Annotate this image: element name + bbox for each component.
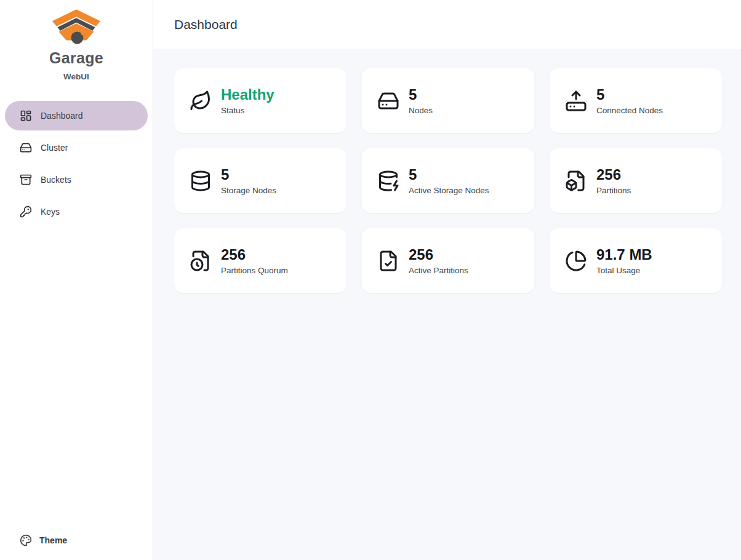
stat-card: 5 Storage Nodes [174, 148, 346, 213]
sidebar-item-dashboard[interactable]: Dashboard [5, 101, 148, 130]
stat-card: 91.7 MB Total Usage [550, 228, 722, 293]
stat-label: Active Partitions [409, 266, 468, 275]
stat-card: 256 Partitions Quorum [174, 228, 346, 293]
theme-toggle-button[interactable]: Theme [5, 526, 148, 555]
stat-label: Total Usage [596, 266, 652, 275]
stat-value: 5 [409, 86, 433, 103]
database-zap-icon [377, 170, 399, 192]
stat-label: Connected Nodes [596, 106, 663, 115]
app-title: Garage [49, 49, 103, 67]
sidebar-footer: Theme [0, 526, 153, 560]
top-bar: Dashboard [153, 0, 741, 49]
file-box-icon [565, 170, 587, 192]
file-check-icon [377, 250, 399, 272]
file-clock-icon [190, 250, 212, 272]
sidebar-item-buckets[interactable]: Buckets [5, 165, 148, 194]
hard-drive-upload-icon [565, 90, 587, 112]
sidebar-item-label: Dashboard [41, 111, 83, 121]
stat-label: Partitions Quorum [221, 266, 288, 275]
stat-card: 256 Active Partitions [362, 228, 534, 293]
stat-card: Healthy Status [174, 68, 346, 133]
app-subtitle: WebUI [63, 72, 89, 81]
sidebar: Garage WebUI Dashboard Cluster Buckets K… [0, 0, 153, 560]
stat-value: 256 [596, 166, 631, 183]
stat-label: Partitions [596, 186, 631, 195]
page-title: Dashboard [174, 17, 238, 32]
sidebar-item-label: Cluster [41, 143, 68, 153]
palette-icon [20, 534, 32, 546]
stat-value: 256 [221, 246, 288, 263]
theme-label: Theme [39, 535, 67, 545]
leaf-icon [190, 90, 212, 112]
main-area: Dashboard Healthy Status 5 Nodes 5 Conne… [153, 0, 741, 560]
sidebar-item-cluster[interactable]: Cluster [5, 133, 148, 162]
sidebar-item-label: Buckets [41, 175, 71, 185]
stat-value: Healthy [221, 86, 274, 103]
key-icon [20, 206, 32, 218]
sidebar-item-keys[interactable]: Keys [5, 197, 148, 226]
hard-drive-icon [377, 90, 399, 112]
stat-card: 5 Connected Nodes [550, 68, 722, 133]
stats-grid: Healthy Status 5 Nodes 5 Connected Nodes… [174, 68, 722, 293]
content: Healthy Status 5 Nodes 5 Connected Nodes… [153, 49, 741, 560]
stat-label: Nodes [409, 106, 433, 115]
layout-dashboard-icon [20, 110, 32, 122]
sidebar-nav: Dashboard Cluster Buckets Keys [0, 101, 153, 226]
sidebar-item-label: Keys [41, 207, 60, 217]
stat-label: Storage Nodes [221, 186, 276, 195]
stat-card: 5 Active Storage Nodes [362, 148, 534, 213]
garage-logo-icon [49, 8, 103, 47]
stat-label: Status [221, 106, 274, 115]
stat-value: 256 [409, 246, 468, 263]
stat-value: 5 [409, 166, 489, 183]
stat-card: 256 Partitions [550, 148, 722, 213]
stat-value: 5 [221, 166, 276, 183]
stat-label: Active Storage Nodes [409, 186, 489, 195]
archive-box-icon [20, 174, 32, 186]
stat-card: 5 Nodes [362, 68, 534, 133]
stat-value: 91.7 MB [596, 246, 652, 263]
database-icon [190, 170, 212, 192]
logo-block: Garage WebUI [0, 0, 153, 81]
hard-drive-icon [20, 142, 32, 154]
pie-chart-icon [565, 250, 587, 272]
stat-value: 5 [596, 86, 663, 103]
